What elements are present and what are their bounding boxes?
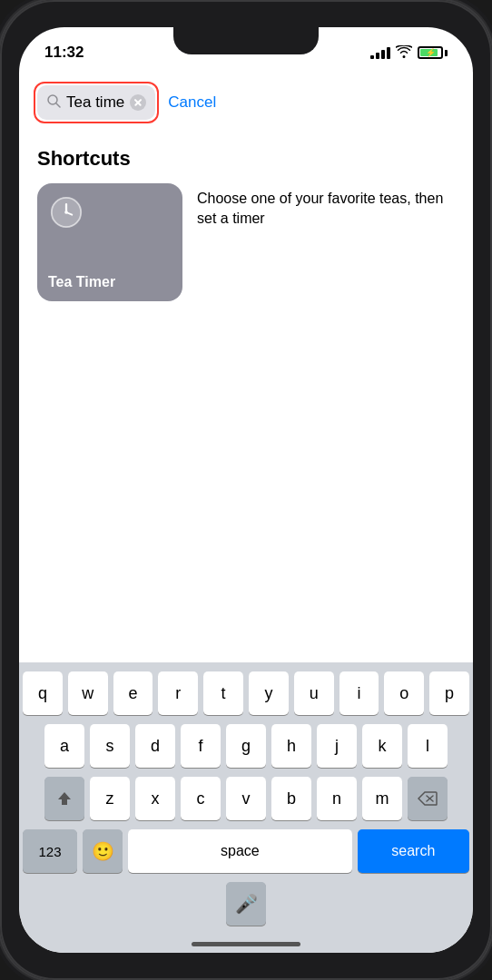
numbers-key[interactable]: 123 xyxy=(23,829,77,873)
keyboard: q w e r t y u i o p a s d f g h j k xyxy=(19,662,473,935)
key-h[interactable]: h xyxy=(271,724,311,768)
status-time: 11:32 xyxy=(44,44,84,62)
emoji-key[interactable]: 🙂 xyxy=(83,829,123,873)
shortcut-description: Choose one of your favorite teas, then s… xyxy=(197,183,455,230)
key-b[interactable]: b xyxy=(271,777,311,820)
key-q[interactable]: q xyxy=(23,671,63,715)
key-r[interactable]: r xyxy=(158,671,198,715)
search-input[interactable]: Tea time xyxy=(66,93,124,112)
key-k[interactable]: k xyxy=(362,724,402,768)
signal-icon xyxy=(370,46,390,59)
keyboard-row-2: a s d f g h j k l xyxy=(23,724,469,768)
shortcut-icon xyxy=(48,194,84,230)
key-u[interactable]: u xyxy=(294,671,334,715)
content-area: Shortcuts Tea Timer Choose one of your f… xyxy=(19,132,473,662)
shift-key[interactable] xyxy=(44,777,84,820)
key-x[interactable]: x xyxy=(135,777,175,820)
space-key[interactable]: space xyxy=(128,829,352,873)
key-e[interactable]: e xyxy=(113,671,153,715)
key-z[interactable]: z xyxy=(90,777,130,820)
key-d[interactable]: d xyxy=(135,724,175,768)
key-v[interactable]: v xyxy=(226,777,266,820)
key-i[interactable]: i xyxy=(339,671,379,715)
svg-point-5 xyxy=(64,211,68,214)
search-icon xyxy=(46,93,61,112)
keyboard-bottom-row: 🎤 xyxy=(23,882,469,926)
screen: 11:32 ⚡ xyxy=(19,27,473,953)
key-n[interactable]: n xyxy=(317,777,357,820)
key-w[interactable]: w xyxy=(68,671,108,715)
shortcut-item[interactable]: Tea Timer Choose one of your favorite te… xyxy=(37,183,455,301)
status-icons: ⚡ xyxy=(370,45,448,61)
clear-button[interactable] xyxy=(130,94,146,111)
battery-icon: ⚡ xyxy=(418,46,448,59)
key-s[interactable]: s xyxy=(90,724,130,768)
svg-line-1 xyxy=(56,103,60,107)
key-p[interactable]: p xyxy=(429,671,469,715)
phone-frame: 11:32 ⚡ xyxy=(0,0,492,980)
key-y[interactable]: y xyxy=(249,671,289,715)
cancel-button[interactable]: Cancel xyxy=(168,93,216,112)
key-c[interactable]: c xyxy=(181,777,221,820)
home-bar xyxy=(192,942,300,946)
section-title: Shortcuts xyxy=(37,147,455,171)
key-a[interactable]: a xyxy=(44,724,84,768)
notch xyxy=(173,27,319,54)
keyboard-row-3: z x c v b n m xyxy=(23,777,469,820)
delete-key[interactable] xyxy=(408,777,448,820)
key-l[interactable]: l xyxy=(408,724,448,768)
search-area: Tea time Cancel xyxy=(19,73,473,132)
search-highlight-border: Tea time xyxy=(34,82,159,123)
search-bar[interactable]: Tea time xyxy=(37,85,155,120)
keyboard-row-1: q w e r t y u i o p xyxy=(23,671,469,715)
search-bar-wrapper: Tea time Cancel xyxy=(34,82,458,123)
key-t[interactable]: t xyxy=(203,671,243,715)
shortcut-name: Tea Timer xyxy=(48,274,172,290)
key-m[interactable]: m xyxy=(362,777,402,820)
key-g[interactable]: g xyxy=(226,724,266,768)
keyboard-row-4: 123 🙂 space search xyxy=(23,829,469,873)
key-o[interactable]: o xyxy=(384,671,424,715)
home-indicator xyxy=(19,935,473,953)
search-button[interactable]: search xyxy=(358,829,469,873)
key-f[interactable]: f xyxy=(181,724,221,768)
wifi-icon xyxy=(396,45,412,61)
key-j[interactable]: j xyxy=(317,724,357,768)
mic-key[interactable]: 🎤 xyxy=(226,882,266,926)
shortcut-card[interactable]: Tea Timer xyxy=(37,183,182,301)
